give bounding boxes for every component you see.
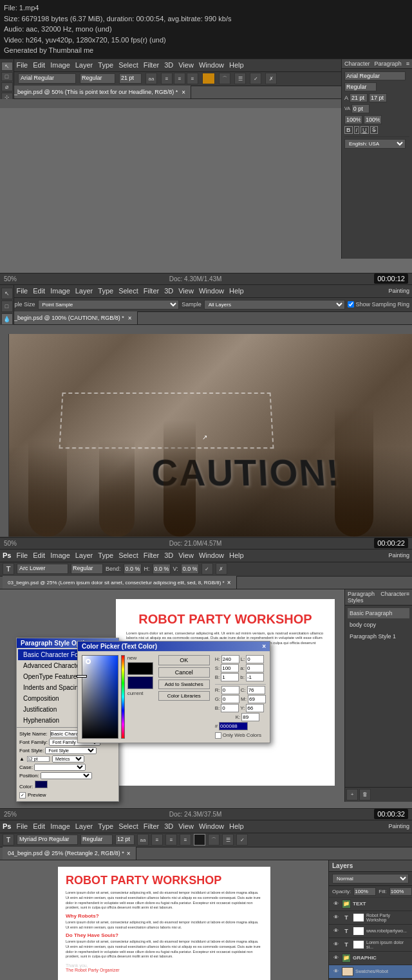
char-leading-input[interactable] xyxy=(369,93,387,102)
y-input[interactable] xyxy=(246,704,264,712)
menu4-ps[interactable]: Ps xyxy=(3,822,11,830)
cancel-button[interactable]: Cancel xyxy=(158,667,210,678)
antialiasing-icon[interactable]: aa xyxy=(145,73,157,84)
l-input[interactable] xyxy=(246,655,264,663)
char-font-input[interactable] xyxy=(344,71,406,80)
hue-bar[interactable] xyxy=(121,655,125,739)
font-style-select[interactable]: Font Style xyxy=(45,747,97,754)
s4-align-center[interactable]: ≡ xyxy=(165,834,177,846)
menu2-3d[interactable]: 3D xyxy=(164,287,173,295)
s4-color-swatch[interactable] xyxy=(194,834,205,846)
menu3-ps[interactable]: Ps xyxy=(3,551,11,559)
color-gradient[interactable] xyxy=(82,655,118,739)
tab-close-icon[interactable]: × xyxy=(182,89,185,96)
add-swatches-button[interactable]: Add to Swatches xyxy=(158,680,210,689)
hex-input[interactable] xyxy=(219,722,248,730)
tab4-close-icon[interactable]: × xyxy=(127,850,131,857)
menu3-edit[interactable]: Edit xyxy=(33,551,45,559)
s4-align-right[interactable]: ≡ xyxy=(180,834,191,846)
matrix-select[interactable]: Metrics xyxy=(52,755,84,763)
menu4-layer[interactable]: Layer xyxy=(75,822,93,830)
char-hscale-input[interactable] xyxy=(344,115,362,124)
menu4-image[interactable]: Image xyxy=(50,822,70,830)
align-left-icon[interactable]: ≡ xyxy=(161,73,173,84)
menu-window[interactable]: Window xyxy=(199,61,224,69)
s3-commit-icon[interactable]: ✓ xyxy=(201,563,213,575)
menu3-file[interactable]: File xyxy=(16,551,28,559)
web-colors-checkbox[interactable] xyxy=(215,732,221,739)
s4-warp-icon[interactable]: ⌒ xyxy=(208,834,220,846)
g-input[interactable] xyxy=(221,695,239,703)
para-styles-tab[interactable]: Paragraph Styles xyxy=(348,591,380,604)
layer-graphic-group[interactable]: 👁 📁 GRAPHIC xyxy=(329,952,412,965)
menu-select[interactable]: Select xyxy=(118,61,138,69)
menu3-filter[interactable]: Filter xyxy=(144,551,159,559)
menu3-view[interactable]: View xyxy=(178,551,194,559)
menu-image[interactable]: Image xyxy=(50,61,70,69)
layer-robot-party[interactable]: 👁 T Robot Party Workshop xyxy=(329,911,412,925)
menu2-layer[interactable]: Layer xyxy=(75,287,93,295)
text-color-swatch[interactable] xyxy=(202,73,215,84)
char-kerning-input[interactable] xyxy=(351,104,370,113)
menu-3d[interactable]: 3D xyxy=(164,61,173,69)
section1-tab[interactable]: 02_begin.psd @ 50% (This is point text f… xyxy=(3,86,191,98)
menu-edit[interactable]: Edit xyxy=(33,61,45,69)
para-style-basic-paragraph[interactable]: Basic Paragraph xyxy=(348,608,409,618)
sample-size-select[interactable]: Point Sample xyxy=(38,300,180,310)
char-size-input[interactable] xyxy=(350,93,368,102)
r-input[interactable] xyxy=(221,686,239,694)
menu-view[interactable]: View xyxy=(178,61,194,69)
a-input[interactable] xyxy=(246,664,264,672)
layer-eye-swatches[interactable]: 👁 xyxy=(332,968,340,975)
menu3-type[interactable]: Type xyxy=(98,551,113,559)
char-vscale-input[interactable] xyxy=(364,115,382,124)
fill-input[interactable] xyxy=(389,887,412,896)
case-select[interactable] xyxy=(34,764,86,771)
select-tool[interactable]: □ xyxy=(1,72,13,81)
layer-lorem[interactable]: 👁 T Lorem ipsum dolor si... xyxy=(329,938,412,952)
character-label[interactable]: Character xyxy=(344,60,370,67)
color-swatch[interactable] xyxy=(35,781,48,788)
s2-eyedropper-tool[interactable]: 💧 xyxy=(1,313,13,325)
menu2-file[interactable]: File xyxy=(16,287,28,295)
color-libraries-button[interactable]: Color Libraries xyxy=(158,691,210,701)
preview-checkbox[interactable]: ✓ xyxy=(19,792,26,799)
s4-align-left[interactable]: ≡ xyxy=(151,834,163,846)
font-style-input[interactable]: Regular xyxy=(80,73,115,84)
layer-swatches[interactable]: 👁 Swatches/Robot xyxy=(329,965,412,979)
size-input[interactable] xyxy=(27,756,50,762)
m-input[interactable] xyxy=(248,695,266,703)
menu-type[interactable]: Type xyxy=(98,61,113,69)
layer-text-group[interactable]: 👁 📁 TEXT xyxy=(329,898,412,911)
b2-input[interactable] xyxy=(246,673,264,681)
para-panel-menu[interactable]: ≡ xyxy=(406,591,409,604)
hue-slider[interactable] xyxy=(77,675,87,678)
dialog-close-icon[interactable]: × xyxy=(262,643,266,650)
layer-eye-lorem[interactable]: 👁 xyxy=(332,941,340,948)
font-size-input[interactable]: 21 pt xyxy=(119,73,142,84)
show-ring-checkbox[interactable] xyxy=(348,301,354,308)
menu2-filter[interactable]: Filter xyxy=(144,287,159,295)
section4-tab[interactable]: 04_begin.psd @ 25% (Rectangle 2, RGB/8) … xyxy=(3,847,136,860)
s4-size-input[interactable]: 12 pt xyxy=(115,835,135,845)
opacity-input[interactable] xyxy=(353,887,376,896)
menu2-type[interactable]: Type xyxy=(98,287,113,295)
font-name-input[interactable]: Arial Regular xyxy=(18,73,76,84)
menu4-view[interactable]: View xyxy=(178,822,194,830)
menu-file[interactable]: File xyxy=(16,61,28,69)
char-style-input[interactable] xyxy=(344,82,377,91)
tab3-close-icon[interactable]: × xyxy=(227,579,231,586)
char-tab[interactable]: Character xyxy=(380,591,406,604)
menu2-help[interactable]: Help xyxy=(229,287,244,295)
s4-sharp-icon[interactable]: aa xyxy=(137,834,149,846)
move-tool[interactable]: ↖ xyxy=(1,62,13,71)
menu2-view[interactable]: View xyxy=(178,287,194,295)
menu4-filter[interactable]: Filter xyxy=(144,822,159,830)
layer-eye-web[interactable]: 👁 xyxy=(332,927,340,935)
menu4-file[interactable]: File xyxy=(16,822,28,830)
blend-mode-select[interactable]: Normal xyxy=(332,874,409,883)
layer-eye-rp[interactable]: 👁 xyxy=(332,914,340,921)
section3-tab[interactable]: 03_begin.psd @ 25% (Lorem ipsum dolor si… xyxy=(3,576,237,589)
new-style-icon[interactable]: + xyxy=(346,789,358,800)
s4-panels-icon[interactable]: ☰ xyxy=(222,834,234,846)
